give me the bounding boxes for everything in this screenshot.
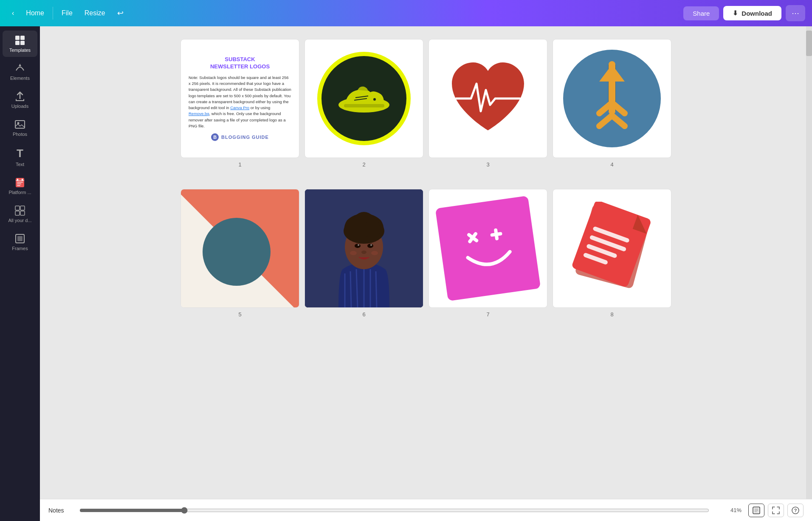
sidebar-item-platform[interactable]: Platform ... <box>3 173 37 199</box>
svg-point-30 <box>365 218 380 239</box>
svg-line-41 <box>492 234 501 235</box>
page-label-6: 6 <box>362 311 365 318</box>
svg-rect-12 <box>17 185 20 186</box>
sidebar-item-allyour[interactable]: All your d... <box>3 201 37 227</box>
page-1-cell[interactable]: SUBSTACKNEWSLETTER LOGOS Note: Substack … <box>180 39 299 158</box>
platform-label: Platform ... <box>8 190 31 195</box>
elements-label: Elements <box>10 76 30 81</box>
page-label-5: 5 <box>238 311 241 318</box>
svg-rect-18 <box>17 236 23 241</box>
download-icon: ⬇ <box>733 9 738 17</box>
cell1-text-content: SUBSTACKNEWSLETTER LOGOS Note: Substack … <box>181 48 299 149</box>
page-4-wrapper: 4 <box>553 39 671 176</box>
page-5-cell[interactable] <box>180 189 299 308</box>
page-2-cell[interactable] <box>304 39 423 158</box>
cell1-b-icon: B <box>211 133 219 141</box>
help-button[interactable]: ? <box>787 504 804 517</box>
topbar: ‹ Home File Resize ↩ Share ⬇ Download ⋯ <box>0 0 812 26</box>
sidebar-item-frames[interactable]: Frames <box>3 229 37 255</box>
page-4-cell[interactable] <box>553 39 671 158</box>
cell1-title: SUBSTACKNEWSLETTER LOGOS <box>189 56 291 70</box>
svg-rect-11 <box>17 183 21 184</box>
page-8-wrapper: 8 <box>553 189 671 326</box>
sneaker-circle <box>317 52 411 145</box>
page-6-cell[interactable] <box>304 189 423 308</box>
sidebar-item-elements[interactable]: Elements <box>3 59 37 85</box>
cell6-portrait <box>305 189 423 307</box>
slider-container <box>71 507 718 514</box>
download-button[interactable]: ⬇ Download <box>723 6 781 20</box>
sidebar-item-photos[interactable]: Photos <box>3 115 37 141</box>
sneaker-svg <box>332 77 396 120</box>
templates-icon <box>14 35 25 46</box>
page-view-button[interactable] <box>748 504 764 517</box>
svg-marker-24 <box>599 65 625 82</box>
pages-container: SUBSTACKNEWSLETTER LOGOS Note: Substack … <box>180 39 671 486</box>
bottom-bar: Notes 41% <box>40 499 812 521</box>
share-button[interactable]: Share <box>683 6 719 20</box>
undo-button[interactable]: ↩ <box>112 6 129 20</box>
sidebar: Templates Elements Uploads <box>0 26 40 521</box>
resize-label: Resize <box>85 9 105 17</box>
page-label-1: 1 <box>238 161 241 168</box>
svg-point-36 <box>350 251 357 255</box>
page-3-wrapper: 3 <box>429 39 547 176</box>
page-5-wrapper: 5 <box>180 189 299 326</box>
canvas-area[interactable]: SUBSTACKNEWSLETTER LOGOS Note: Substack … <box>40 26 812 499</box>
portrait-svg <box>305 189 423 307</box>
page-8-cell[interactable] <box>553 189 671 308</box>
zoom-slider[interactable] <box>79 507 709 514</box>
smiley-svg <box>450 214 526 283</box>
text-label: Text <box>16 162 24 167</box>
content-area: SUBSTACKNEWSLETTER LOGOS Note: Substack … <box>40 26 812 521</box>
more-button[interactable]: ⋯ <box>786 5 805 21</box>
page-6-wrapper: 6 <box>304 189 423 326</box>
grid-row-2: 5 <box>180 189 671 326</box>
page-3-cell[interactable] <box>429 39 547 158</box>
photos-icon <box>14 119 25 130</box>
grid-row-1: SUBSTACKNEWSLETTER LOGOS Note: Substack … <box>180 39 671 176</box>
smiley-card <box>435 196 541 301</box>
topbar-left: ‹ Home File Resize ↩ <box>7 6 129 20</box>
file-label: File <box>62 9 73 17</box>
file-button[interactable]: File <box>56 7 78 20</box>
home-button[interactable]: Home <box>21 7 49 20</box>
templates-label: Templates <box>9 48 31 53</box>
sidebar-item-uploads[interactable]: Uploads <box>3 87 37 113</box>
page-7-cell[interactable] <box>429 189 547 308</box>
svg-point-23 <box>373 98 376 101</box>
cell1-body: Note: Substack logos should be square an… <box>189 75 291 129</box>
allyour-label: All your d... <box>8 218 31 223</box>
page-2-wrapper: 2 <box>304 39 423 176</box>
uploads-icon <box>14 91 25 102</box>
back-icon: ‹ <box>12 9 14 17</box>
arrow-svg <box>578 60 646 137</box>
sidebar-item-templates[interactable]: Templates <box>3 31 37 57</box>
svg-rect-9 <box>22 179 23 181</box>
cell2-sneaker <box>305 39 423 158</box>
svg-rect-3 <box>20 41 25 45</box>
circle-blue <box>203 218 271 286</box>
svg-rect-5 <box>15 121 25 128</box>
sidebar-item-text[interactable]: T Text <box>3 143 37 171</box>
main-layout: Templates Elements Uploads <box>0 26 812 521</box>
svg-rect-20 <box>344 104 384 107</box>
svg-point-37 <box>371 251 378 255</box>
page-label-2: 2 <box>362 161 365 168</box>
photos-label: Photos <box>13 132 27 137</box>
svg-rect-2 <box>15 41 20 45</box>
scrollbar[interactable] <box>806 26 812 499</box>
heart-svg <box>439 50 537 147</box>
uploads-label: Uploads <box>11 104 28 109</box>
cell4-arrow <box>553 39 671 158</box>
text-icon: T <box>17 147 23 160</box>
fullscreen-button[interactable] <box>768 504 784 517</box>
cell1-footer: B BLOGGING GUIDE <box>189 133 291 141</box>
back-button[interactable]: ‹ <box>7 7 19 20</box>
page-label-7: 7 <box>486 311 489 318</box>
svg-rect-1 <box>20 36 25 40</box>
resize-button[interactable]: Resize <box>79 7 110 20</box>
frames-label: Frames <box>12 246 28 251</box>
arrow-circle <box>563 50 661 147</box>
share-label: Share <box>693 10 710 17</box>
